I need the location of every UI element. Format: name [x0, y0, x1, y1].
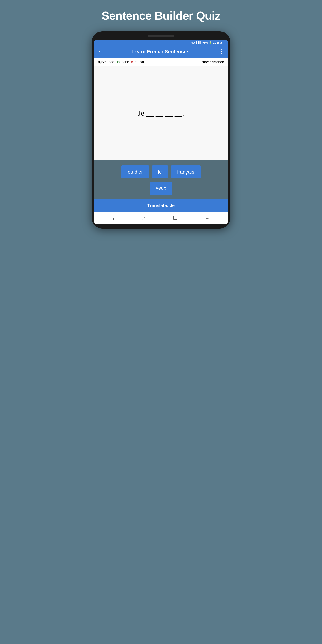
new-sentence-button[interactable]: New sentence: [202, 60, 224, 64]
app-bar-title: Learn French Sentences: [106, 49, 215, 54]
phone-screen: 4G ▌▌▌ 98% 🔋 11:18 am ← Learn French Sen…: [94, 40, 228, 224]
menu-button[interactable]: ⋮: [219, 49, 224, 54]
word-button-etudier[interactable]: étudier: [122, 166, 149, 178]
todo-label: todo.: [108, 60, 115, 64]
stats-bar: 9,976 todo. 19 done. 5 repeat. New sente…: [94, 58, 228, 66]
phone-frame: 4G ▌▌▌ 98% 🔋 11:18 am ← Learn French Sen…: [92, 31, 230, 228]
app-bar: ← Learn French Sentences ⋮: [94, 46, 228, 58]
nav-back-icon[interactable]: ←: [205, 216, 209, 221]
battery-icon: 🔋: [209, 41, 212, 44]
repeat-count: 5: [131, 60, 133, 64]
main-content: Je __ __ __ __.: [94, 66, 228, 160]
todo-count: 9,976: [98, 60, 106, 64]
translate-bar[interactable]: Translate: Je: [94, 199, 228, 212]
status-icons: 4G ▌▌▌ 98% 🔋 11:18 am: [191, 41, 224, 44]
word-row-1: étudier le français: [98, 166, 224, 178]
time-label: 11:18 am: [213, 41, 224, 44]
word-button-veux[interactable]: veux: [150, 182, 172, 194]
word-row-2: veux: [98, 182, 224, 194]
sentence-display: Je __ __ __ __.: [138, 109, 184, 118]
word-button-francais[interactable]: français: [171, 166, 200, 178]
bars-icon: ▌▌▌: [196, 41, 202, 44]
word-buttons-area: étudier le français veux: [94, 160, 228, 199]
done-label: done.: [122, 60, 130, 64]
status-bar: 4G ▌▌▌ 98% 🔋 11:18 am: [94, 40, 228, 46]
word-button-le[interactable]: le: [152, 166, 168, 178]
signal-icon: 4G: [191, 41, 195, 44]
battery-label: 98%: [202, 41, 208, 44]
page-title: Sentence Builder Quiz: [102, 9, 220, 22]
stats-left: 9,976 todo. 19 done. 5 repeat.: [98, 60, 145, 64]
repeat-label: repeat.: [134, 60, 145, 64]
done-count: 19: [116, 60, 120, 64]
back-button[interactable]: ←: [98, 49, 103, 54]
nav-square-icon[interactable]: [173, 216, 177, 221]
nav-recent-icon[interactable]: ⇌: [142, 216, 146, 221]
phone-speaker: [148, 35, 174, 37]
bottom-nav: ⇌ ←: [94, 212, 228, 224]
nav-home-dot[interactable]: [113, 216, 114, 221]
